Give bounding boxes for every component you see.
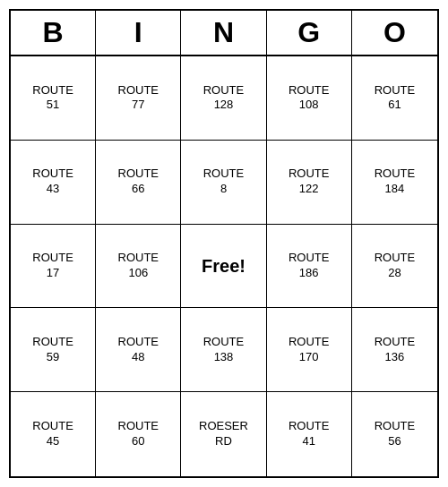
bingo-cell: ROUTE184 bbox=[352, 141, 437, 225]
bingo-cell: ROUTE59 bbox=[11, 308, 96, 392]
bingo-cell: ROUTE186 bbox=[267, 225, 352, 309]
bingo-cell: ROUTE45 bbox=[11, 392, 96, 476]
bingo-cell: ROUTE77 bbox=[96, 56, 181, 141]
bingo-cell: ROUTE61 bbox=[352, 56, 437, 141]
bingo-cell: ROUTE60 bbox=[96, 392, 181, 476]
header-b: B bbox=[11, 11, 96, 55]
bingo-cell: ROUTE138 bbox=[181, 308, 266, 392]
header-n: N bbox=[181, 11, 266, 55]
bingo-cell: ROUTE48 bbox=[96, 308, 181, 392]
bingo-cell: ROUTE43 bbox=[11, 141, 96, 225]
bingo-header: B I N G O bbox=[11, 11, 437, 56]
bingo-cell: ROUTE136 bbox=[352, 308, 437, 392]
bingo-cell: ROUTE51 bbox=[11, 56, 96, 141]
bingo-cell: ROUTE108 bbox=[267, 56, 352, 141]
header-i: I bbox=[96, 11, 181, 55]
bingo-cell: ROUTE66 bbox=[96, 141, 181, 225]
bingo-cell: ROUTE56 bbox=[352, 392, 437, 476]
bingo-cell: ROUTE8 bbox=[181, 141, 266, 225]
bingo-cell: ROUTE17 bbox=[11, 225, 96, 309]
bingo-cell: ROESERRD bbox=[181, 392, 266, 476]
header-o: O bbox=[352, 11, 437, 55]
bingo-cell: ROUTE41 bbox=[267, 392, 352, 476]
bingo-grid: ROUTE51ROUTE77ROUTE128ROUTE108ROUTE61ROU… bbox=[11, 56, 437, 476]
free-space: Free! bbox=[181, 225, 266, 309]
bingo-cell: ROUTE28 bbox=[352, 225, 437, 309]
header-g: G bbox=[267, 11, 352, 55]
bingo-card: B I N G O ROUTE51ROUTE77ROUTE128ROUTE108… bbox=[9, 9, 439, 478]
bingo-cell: ROUTE106 bbox=[96, 225, 181, 309]
bingo-cell: ROUTE170 bbox=[267, 308, 352, 392]
bingo-cell: ROUTE128 bbox=[181, 56, 266, 141]
bingo-cell: ROUTE122 bbox=[267, 141, 352, 225]
